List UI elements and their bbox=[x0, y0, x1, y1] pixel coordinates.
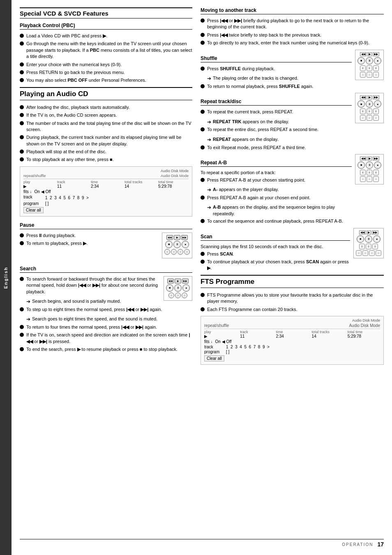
pbc-item-2: Go through the menu with the keys indica… bbox=[20, 41, 192, 60]
pbc-item-3: Enter your choice with the numerical key… bbox=[20, 62, 192, 68]
bottom-bar: Operation 17 bbox=[20, 539, 384, 548]
moving-item-3: To go directly to any track, enter the t… bbox=[201, 40, 384, 46]
search-list-3: To return to four times the normal speed… bbox=[20, 324, 192, 353]
moving-track-title: Moving to another track bbox=[201, 7, 384, 14]
moving-track-list: Press |◀◀ or ▶▶| briefly during playback… bbox=[201, 18, 384, 46]
scan-item-2: To continue playback at your chosen trac… bbox=[201, 259, 350, 272]
sidebar: English bbox=[0, 0, 12, 555]
repeat-ab-list: Press REPEAT A-B at your chosen starting… bbox=[201, 177, 352, 183]
search-arrow-2: ➔Search goes to eight times the speed, a… bbox=[26, 316, 192, 323]
shuffle-list: Press SHUFFLE during playback. bbox=[201, 66, 352, 72]
pbc-list: Load a Video CD with PBC and press ▶. Go… bbox=[20, 33, 192, 84]
audio-cd-mode-label: Audio Disk Mode bbox=[23, 169, 189, 173]
play-btn-icon: ▶ bbox=[174, 235, 180, 240]
stop-circle-btn: ■ bbox=[165, 241, 173, 248]
audio-cd-item-4: During playback, the current track numbe… bbox=[20, 134, 192, 147]
shuffle-arrow: ➔The playing order of the tracks is chan… bbox=[207, 75, 352, 82]
display-data-row: ▶ 11 2:34 14 5:29:78 bbox=[23, 184, 189, 189]
pause-remote: ◀◀ ▶ ▶▶ ■ ⏸ ● ○ bbox=[162, 233, 192, 258]
audio-cd-item-1: After loading the disc, playback starts … bbox=[20, 104, 192, 111]
next-btn-icon: ▶▶ bbox=[181, 235, 188, 240]
repeat-ab-arrow-1: ➔A- appears on the player display. bbox=[207, 187, 352, 193]
rec-circle-btn: ● bbox=[182, 241, 189, 248]
search-item-3: To return to four times the normal speed… bbox=[20, 324, 192, 330]
prev-btn-icon: ◀◀ bbox=[166, 235, 173, 240]
repeat-ab-title: Repeat A-B bbox=[201, 160, 352, 167]
special-vcd-title: Special VCD & SVCD Features bbox=[20, 7, 192, 18]
pause-section: Pause ◀◀ ▶ ▶▶ ■ bbox=[20, 222, 192, 260]
audio-cd-title: Playing an Audio CD bbox=[20, 87, 192, 100]
shuffle-remote: ◀◀ ▶ ▶▶ ■ ⏸ ● ≡ ≡ bbox=[355, 50, 384, 80]
left-column: Special VCD & SVCD Features Playback Con… bbox=[20, 7, 192, 535]
pause-title: Pause bbox=[20, 222, 192, 229]
shuffle-item-1: Press SHUFFLE during playback. bbox=[201, 66, 352, 72]
repeat-track-row: Repeat track/disc To repeat the current … bbox=[201, 93, 384, 154]
repeat-arrow-1: ➔REPEAT TRK appears on the display. bbox=[207, 119, 352, 126]
pbc-item-4: Press RETURN to go back to the previous … bbox=[20, 69, 192, 76]
repeat-ab-remote: ◀◀ ▶ ▶▶ ■ ⏸ ● ≡ ≡ bbox=[355, 154, 384, 184]
repeat-item-1: To repeat the current track, press REPEA… bbox=[201, 109, 352, 115]
operation-label: Operation bbox=[342, 542, 373, 547]
search-section: Search ◀◀ ▶ ▶▶ ■ ⏸ ● bbox=[20, 266, 192, 356]
repeat-ab-item-1: Press REPEAT A-B at your chosen starting… bbox=[201, 177, 352, 183]
pbc-title: Playback Control (PBC) bbox=[20, 23, 192, 30]
main-content: Special VCD & SVCD Features Playback Con… bbox=[12, 0, 392, 555]
audio-cd-item-2: If the TV is on, the Audio CD screen app… bbox=[20, 112, 192, 118]
fts-title: FTS Programme bbox=[201, 275, 384, 288]
scan-remote: ◀◀ ▶ ▶▶ ■ ⏸ ● ≡ ≡ bbox=[353, 228, 384, 258]
search-title: Search bbox=[20, 266, 192, 273]
pbc-item-1: Load a Video CD with PBC and press ▶. bbox=[20, 33, 192, 39]
search-remote: ◀◀ ▶ ▶▶ ■ ⏸ ● ○ ○ bbox=[164, 276, 192, 301]
shuffle-row: Shuffle Press SHUFFLE during playback. ➔… bbox=[201, 50, 384, 93]
page-number: 17 bbox=[377, 541, 384, 548]
audio-cd-display: Audio Disk Mode repeat/shuffle Audio Dis… bbox=[20, 166, 192, 216]
pbc-item-5: You may also select PBC OFF under Person… bbox=[20, 77, 192, 83]
search-arrow-1: ➔Search begins, and sound is partially m… bbox=[26, 298, 160, 305]
moving-item-2: Press |◀◀ twice briefly to step back to … bbox=[201, 32, 384, 38]
repeat-arrow-2: ➔REPEAT appears on the display. bbox=[207, 136, 352, 143]
sidebar-language-label: English bbox=[3, 267, 8, 289]
scan-title: Scan bbox=[201, 234, 350, 241]
repeat-ab-list-3: To cancel the sequence and continue play… bbox=[201, 218, 352, 224]
fts-list: FTS Programme allows you to store your f… bbox=[201, 292, 384, 313]
shuffle-title: Shuffle bbox=[201, 55, 352, 62]
repeat-track-list: To repeat the current track, press REPEA… bbox=[201, 109, 352, 115]
search-item-4: If the TV is on, search speed and direct… bbox=[20, 332, 192, 345]
repeat-ab-row: Repeat A-B To repeat a specific portion … bbox=[201, 154, 384, 228]
shuffle-list-2: To return to normal playback, press SHUF… bbox=[201, 83, 352, 90]
audio-cd-item-3: The number of tracks and the total playi… bbox=[20, 120, 192, 133]
fts-clear-all-btn[interactable]: Clear all bbox=[204, 355, 224, 362]
search-list-2: To step up to eight times the normal spe… bbox=[20, 306, 192, 313]
pause-item-2: To return to playback, press ▶. bbox=[20, 240, 159, 246]
audio-cd-item-6: To stop playback at any other time, pres… bbox=[20, 157, 192, 163]
scan-item-1: Press SCAN. bbox=[201, 251, 350, 257]
search-item-2: To step up to eight times the normal spe… bbox=[20, 306, 192, 313]
repeat-item-3: To exit Repeat mode, press REPEAT a thir… bbox=[201, 145, 352, 151]
page: English Special VCD & SVCD Features Play… bbox=[0, 0, 392, 555]
repeat-track-list-3: To exit Repeat mode, press REPEAT a thir… bbox=[201, 145, 352, 151]
repeat-ab-item-2: Press REPEAT A-B again at your chosen en… bbox=[201, 195, 352, 201]
repeat-item-2: To repeat the entire disc, press REPEAT … bbox=[201, 127, 352, 133]
fts-display-data-row: ▶ 11 2:34 14 5:29:78 bbox=[204, 334, 380, 339]
audio-cd-item-5: Playback will stop at the end of the dis… bbox=[20, 149, 192, 155]
repeat-ab-arrow-2: ➔A-B appears on the display, and the seq… bbox=[207, 204, 352, 217]
clear-all-btn[interactable]: Clear all bbox=[23, 207, 44, 213]
fts-item-2: Each FTS Programme can contain 20 tracks… bbox=[201, 306, 384, 313]
shuffle-item-2: To return to normal playback, press SHUF… bbox=[201, 83, 352, 90]
search-item-5: To end the search, press ▶ to resume pla… bbox=[20, 346, 192, 352]
pause-circle-btn: ⏸ bbox=[173, 241, 181, 248]
repeat-remote: ◀◀ ▶ ▶▶ ■ ⏸ ● ≡ ≡ bbox=[355, 93, 384, 123]
display-header: repeat/shuffle Audio Disk Mode bbox=[23, 174, 189, 178]
fts-display: Audio Disk Mode repeat/shuffle Audio Dis… bbox=[201, 316, 384, 365]
fts-item-1: FTS Programme allows you to store your f… bbox=[201, 292, 384, 305]
search-item-1: To search forward or backward through th… bbox=[20, 276, 160, 295]
scan-row: Scan Scanning plays the first 10 seconds… bbox=[201, 228, 384, 275]
pause-item-1: Press II during playback. bbox=[20, 233, 159, 239]
moving-item-1: Press |◀◀ or ▶▶| briefly during playback… bbox=[201, 18, 384, 30]
repeat-track-list-2: To repeat the entire disc, press REPEAT … bbox=[201, 127, 352, 133]
repeat-ab-list-2: Press REPEAT A-B again at your chosen en… bbox=[201, 195, 352, 201]
right-column: Moving to another track Press |◀◀ or ▶▶|… bbox=[201, 7, 384, 535]
scan-list: Press SCAN. To continue playback at your… bbox=[201, 251, 350, 272]
repeat-track-title: Repeat track/disc bbox=[201, 99, 352, 106]
audio-cd-list: After loading the disc, playback starts … bbox=[20, 104, 192, 163]
